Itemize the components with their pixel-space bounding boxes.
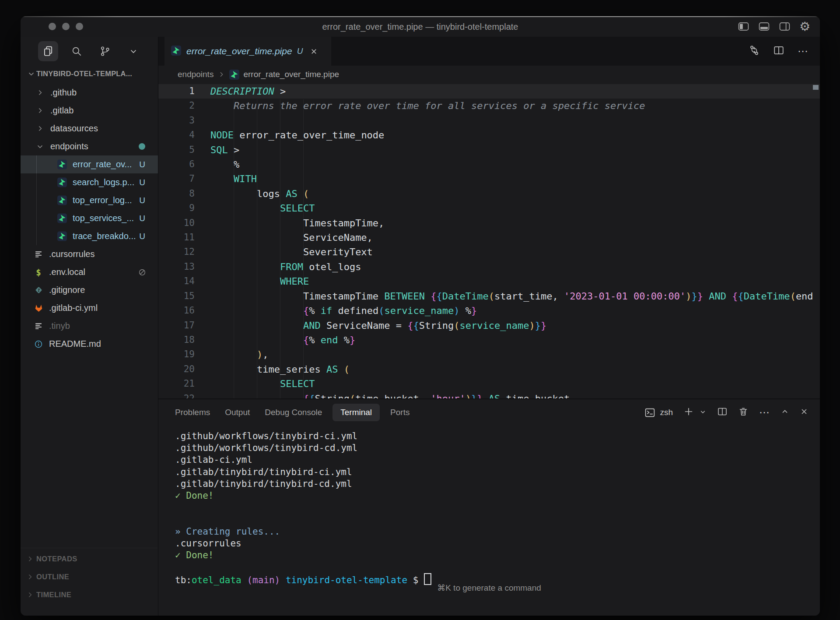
- tree-item-github[interactable]: .github: [21, 84, 158, 102]
- chevron-right-icon: [35, 89, 45, 96]
- tree-item-datasources[interactable]: datasources: [21, 120, 158, 137]
- kill-terminal-trash-icon[interactable]: [738, 406, 749, 419]
- settings-gear-icon[interactable]: ⚙: [799, 21, 810, 33]
- code-line[interactable]: 3: [158, 113, 820, 128]
- code-line[interactable]: 8 logs AS (: [158, 187, 820, 201]
- panel-tab-terminal[interactable]: Terminal: [332, 404, 380, 421]
- git-status-badge: U: [139, 196, 145, 205]
- breadcrumb-file[interactable]: error_rate_over_time.pipe: [243, 70, 339, 79]
- code-editor[interactable]: 1DESCRIPTION >2 Returns the error rate o…: [158, 83, 820, 398]
- code-text: {% if defined(service_name) %}: [195, 303, 477, 318]
- toggle-panel-icon[interactable]: [758, 21, 770, 32]
- code-line[interactable]: 18 {% end %}: [158, 333, 820, 347]
- terminal-dropdown-chevron-icon[interactable]: [699, 408, 707, 417]
- tree-item-label: .gitignore: [49, 285, 85, 295]
- search-icon[interactable]: [66, 41, 87, 61]
- chevron-right-icon: [25, 591, 35, 599]
- tree-item-readme-md[interactable]: README.md: [21, 335, 158, 353]
- terminal-output[interactable]: .github/workflows/tinybird-ci.yml.github…: [158, 426, 820, 616]
- git-status-badge: U: [139, 232, 145, 241]
- file-tree: .github.gitlabdatasourcesendpointserror_…: [21, 84, 158, 353]
- close-tab-icon[interactable]: [310, 47, 318, 56]
- tree-item-label: datasources: [50, 123, 98, 134]
- tree-item-label: search_logs.p...: [73, 177, 134, 187]
- tab-error-rate-over-time-pipe[interactable]: error_rate_over_time.pipe U: [164, 37, 331, 66]
- tree-item-gitlab[interactable]: .gitlab: [21, 102, 158, 120]
- lines-icon: [34, 322, 43, 330]
- new-terminal-icon[interactable]: [683, 406, 694, 419]
- tree-item-label: top_services_...: [73, 213, 134, 223]
- explorer-project-header[interactable]: TINYBIRD-OTEL-TEMPLA...: [21, 66, 158, 81]
- code-line[interactable]: 21 SELECT: [158, 377, 820, 391]
- code-line[interactable]: 15 TimestampTime BETWEEN {{DateTime(star…: [158, 289, 820, 303]
- tree-item-search-logs-p[interactable]: search_logs.p...U: [21, 173, 158, 191]
- section-outline[interactable]: OUTLINE: [21, 568, 158, 586]
- terminal-line: ✓ Done!: [175, 490, 820, 502]
- code-line[interactable]: 2 Returns the error rate over time for a…: [158, 99, 820, 113]
- panel-tab-debug-console[interactable]: Debug Console: [265, 404, 322, 421]
- tree-item-tinyb[interactable]: .tinyb: [21, 317, 158, 335]
- line-number: 3: [158, 113, 195, 128]
- chevron-down-icon[interactable]: [123, 41, 144, 61]
- tree-item-trace-breakdo[interactable]: trace_breakdo...U: [21, 227, 158, 245]
- code-text: TimestampTime,: [195, 216, 384, 230]
- split-terminal-icon[interactable]: [717, 406, 728, 419]
- section-timeline[interactable]: TIMELINE: [21, 586, 158, 604]
- info-icon: [34, 340, 43, 349]
- code-line[interactable]: 13 FROM otel_logs: [158, 260, 820, 274]
- tinybird-icon: [57, 177, 67, 187]
- explorer-files-icon[interactable]: [38, 41, 58, 61]
- panel-tab-ports[interactable]: Ports: [390, 404, 410, 421]
- code-text: SELECT: [195, 201, 315, 215]
- toggle-primary-sidebar-icon[interactable]: [738, 21, 749, 32]
- code-line[interactable]: 10 TimestampTime,: [158, 216, 820, 230]
- tab-modified-badge: U: [297, 46, 303, 56]
- code-line[interactable]: 22 {{String(time_bucket, 'hour')}} AS ti…: [158, 391, 820, 398]
- terminal-line: .gitlab-ci.yml: [175, 454, 820, 466]
- split-editor-icon[interactable]: [773, 45, 784, 58]
- code-line[interactable]: 5SQL >: [158, 143, 820, 157]
- code-line[interactable]: 12 SeverityText: [158, 245, 820, 259]
- code-line[interactable]: 20 time_series AS (: [158, 362, 820, 377]
- code-line[interactable]: 9 SELECT: [158, 201, 820, 215]
- maximize-panel-chevron-up-icon[interactable]: [780, 407, 789, 418]
- shell-label: zsh: [660, 408, 673, 417]
- code-line[interactable]: 1DESCRIPTION >: [158, 84, 820, 99]
- tree-item-error-rate-ov[interactable]: error_rate_ov...U: [21, 155, 158, 173]
- code-line[interactable]: 19 ),: [158, 347, 820, 362]
- tree-item-gitignore[interactable]: .gitignore: [21, 281, 158, 299]
- section-notepads[interactable]: NOTEPADS: [21, 550, 158, 568]
- terminal-line: .github/workflows/tinybird-ci.yml: [175, 430, 820, 442]
- tree-item-top-error-log[interactable]: top_error_log...U: [21, 191, 158, 209]
- code-line[interactable]: 14 WHERE: [158, 274, 820, 289]
- terminal-line: » Creating rules...: [175, 526, 820, 538]
- code-line[interactable]: 17 AND ServiceName = {{String(service_na…: [158, 318, 820, 333]
- line-number: 15: [158, 289, 195, 303]
- terminal-shell-group[interactable]: zsh: [644, 407, 673, 418]
- code-line[interactable]: 16 {% if defined(service_name) %}: [158, 303, 820, 318]
- line-number: 18: [158, 333, 195, 347]
- panel-tab-output[interactable]: Output: [225, 404, 250, 421]
- code-text: Returns the error rate over time for all…: [195, 99, 645, 113]
- open-changes-icon[interactable]: [749, 45, 760, 58]
- panel-tab-problems[interactable]: Problems: [175, 404, 210, 421]
- code-line[interactable]: 4NODE error_rate_over_time_node: [158, 128, 820, 142]
- line-number: 14: [158, 274, 195, 289]
- line-number: 7: [158, 172, 195, 186]
- tree-item-gitlab-ci-yml[interactable]: .gitlab-ci.yml: [21, 299, 158, 317]
- source-control-icon[interactable]: [95, 41, 115, 61]
- tree-item-endpoints[interactable]: endpoints: [21, 137, 158, 155]
- tree-item-cursorrules[interactable]: .cursorrules: [21, 245, 158, 263]
- code-text: NODE error_rate_over_time_node: [195, 128, 384, 142]
- close-panel-icon[interactable]: [800, 407, 808, 418]
- tree-item-env-local[interactable]: $.env.local: [21, 263, 158, 281]
- git-diamond-icon: [34, 286, 43, 294]
- code-line[interactable]: 7 WITH: [158, 172, 820, 186]
- code-text: AND ServiceName = {{String(service_name)…: [195, 318, 546, 333]
- tinybird-file-icon: [171, 46, 181, 57]
- breadcrumb-folder[interactable]: endpoints: [178, 70, 214, 79]
- toggle-secondary-sidebar-icon[interactable]: [779, 21, 791, 32]
- tree-item-top-services[interactable]: top_services_...U: [21, 209, 158, 227]
- code-line[interactable]: 11 ServiceName,: [158, 230, 820, 245]
- code-line[interactable]: 6 %: [158, 157, 820, 172]
